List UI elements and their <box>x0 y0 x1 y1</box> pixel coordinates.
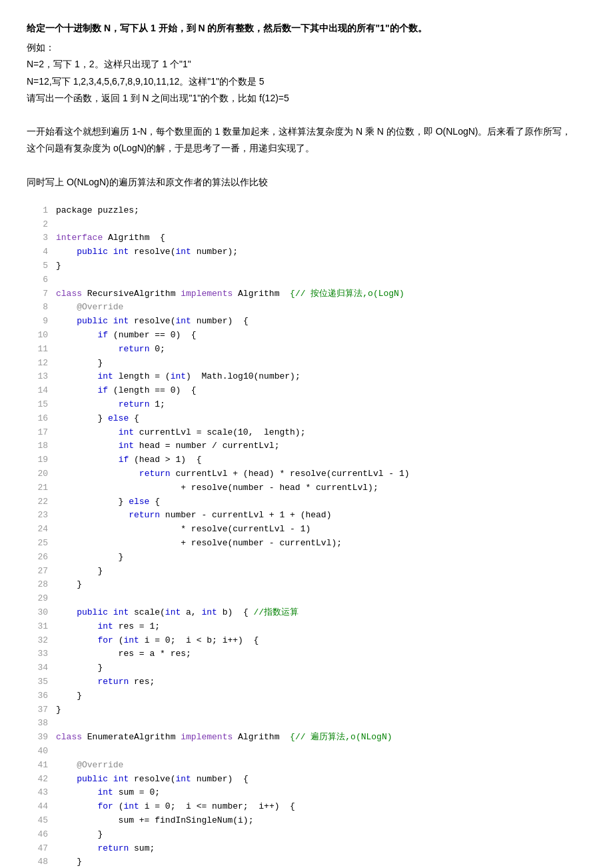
line-number: 47 <box>27 842 48 856</box>
line-number: 7 <box>27 287 48 301</box>
line-number: 37 <box>27 703 48 717</box>
line-content: + resolve(number - currentLvl); <box>56 537 342 551</box>
line-content: } <box>56 661 103 675</box>
line-number: 10 <box>27 329 48 343</box>
line-number: 32 <box>27 634 48 648</box>
code-line: 3interface Algrithm { <box>27 231 586 245</box>
line-number: 17 <box>27 426 48 440</box>
line-number: 13 <box>27 370 48 384</box>
line-content: return currentLvl + (head) * resolve(cur… <box>56 467 410 481</box>
code-line: 43 int sum = 0; <box>27 786 586 800</box>
line-number: 31 <box>27 620 48 634</box>
code-line: 10 if (number == 0) { <box>27 329 586 343</box>
line-number: 39 <box>27 731 48 745</box>
code-line: 18 int head = number / currentLvl; <box>27 439 586 453</box>
code-line: 33 res = a * res; <box>27 647 586 661</box>
line-number: 8 <box>27 301 48 315</box>
line-number: 28 <box>27 578 48 592</box>
code-line: 44 for (int i = 0; i <= number; i++) { <box>27 800 586 814</box>
line-number: 16 <box>27 412 48 426</box>
line-number: 34 <box>27 661 48 675</box>
code-line: 45 sum += findInSingleNum(i); <box>27 814 586 828</box>
code-line: 6 <box>27 273 586 287</box>
line-content: class RecursiveAlgrithm implements Algri… <box>56 287 404 301</box>
line-content: if (number == 0) { <box>56 329 197 343</box>
line-content: int res = 1; <box>56 620 160 634</box>
example-line-3: 请写出一个函数，返回 1 到 N 之间出现"1"的个数，比如 f(12)=5 <box>27 90 586 107</box>
line-number: 43 <box>27 786 48 800</box>
line-number: 48 <box>27 855 48 868</box>
line-content: @Override <box>56 759 123 773</box>
line-number: 33 <box>27 647 48 661</box>
code-line: 29 <box>27 592 586 606</box>
line-number: 24 <box>27 523 48 537</box>
code-line: 17 int currentLvl = scale(10, length); <box>27 426 586 440</box>
line-number: 4 <box>27 245 48 259</box>
line-number: 46 <box>27 828 48 842</box>
line-content: } <box>56 357 103 371</box>
line-number: 35 <box>27 675 48 689</box>
description-section: 给定一个十进制数 N，写下从 1 开始，到 N 的所有整数，然后数一下其中出现的… <box>27 20 586 191</box>
line-content: } <box>56 855 82 868</box>
line-number: 26 <box>27 551 48 565</box>
line-number: 9 <box>27 315 48 329</box>
code-line: 13 int length = (int) Math.log10(number)… <box>27 370 586 384</box>
code-line: 7class RecursiveAlgrithm implements Algr… <box>27 287 586 301</box>
code-line: 20 return currentLvl + (head) * resolve(… <box>27 467 586 481</box>
line-content: public int resolve(int number) { <box>56 773 249 787</box>
code-line: 19 if (head > 1) { <box>27 453 586 467</box>
code-line: 4 public int resolve(int number); <box>27 245 586 259</box>
line-content: return res; <box>56 675 155 689</box>
code-line: 31 int res = 1; <box>27 620 586 634</box>
page-container: 给定一个十进制数 N，写下从 1 开始，到 N 的所有整数，然后数一下其中出现的… <box>27 20 586 868</box>
code-line: 41 @Override <box>27 759 586 773</box>
line-content: public int resolve(int number) { <box>56 315 249 329</box>
line-number: 20 <box>27 467 48 481</box>
line-number: 11 <box>27 343 48 357</box>
line-number: 25 <box>27 537 48 551</box>
line-content: return 0; <box>56 343 165 357</box>
code-line: 2 <box>27 218 586 232</box>
code-line: 9 public int resolve(int number) { <box>27 315 586 329</box>
line-content: @Override <box>56 301 123 315</box>
example-line-2: N=12,写下 1,2,3,4,5,6,7,8,9,10,11,12。这样"1"… <box>27 73 586 90</box>
code-line: 25 + resolve(number - currentLvl); <box>27 537 586 551</box>
analysis-line-0: 一开始看这个就想到遍历 1-N，每个数里面的 1 数量加起来，这样算法复杂度为 … <box>27 123 586 140</box>
line-number: 2 <box>27 218 48 232</box>
line-number: 29 <box>27 592 48 606</box>
line-content: } <box>56 551 123 565</box>
code-line: 42 public int resolve(int number) { <box>27 773 586 787</box>
code-line: 21 + resolve(number - head * currentLvl)… <box>27 481 586 495</box>
code-line: 22 } else { <box>27 495 586 509</box>
line-number: 27 <box>27 565 48 579</box>
line-content: return number - currentLvl + 1 + (head) <box>56 509 331 523</box>
line-number: 1 <box>27 204 48 218</box>
line-number: 40 <box>27 745 48 759</box>
line-number: 36 <box>27 689 48 703</box>
code-line: 27 } <box>27 565 586 579</box>
code-line: 47 return sum; <box>27 842 586 856</box>
code-line: 5} <box>27 259 586 273</box>
line-number: 42 <box>27 773 48 787</box>
line-number: 30 <box>27 606 48 620</box>
code-section: 1package puzzles;23interface Algrithm {4… <box>27 204 586 868</box>
line-content: for (int i = 0; i < b; i++) { <box>56 634 259 648</box>
line-number: 18 <box>27 439 48 453</box>
line-number: 6 <box>27 273 48 287</box>
line-number: 3 <box>27 231 48 245</box>
line-number: 38 <box>27 717 48 731</box>
line-content: int length = (int) Math.log10(number); <box>56 370 301 384</box>
line-content: } else { <box>56 412 139 426</box>
line-content: } <box>56 689 82 703</box>
line-content: int sum = 0; <box>56 786 160 800</box>
code-line: 40 <box>27 745 586 759</box>
line-number: 12 <box>27 357 48 371</box>
title: 给定一个十进制数 N，写下从 1 开始，到 N 的所有整数，然后数一下其中出现的… <box>27 20 586 37</box>
line-content: public int scale(int a, int b) { //指数运算 <box>56 606 299 620</box>
line-content: int head = number / currentLvl; <box>56 439 279 453</box>
code-line: 46 } <box>27 828 586 842</box>
line-content: int currentLvl = scale(10, length); <box>56 426 305 440</box>
example-line-0: 例如： <box>27 39 586 56</box>
line-content: if (head > 1) { <box>56 453 201 467</box>
line-content: } <box>56 565 103 579</box>
